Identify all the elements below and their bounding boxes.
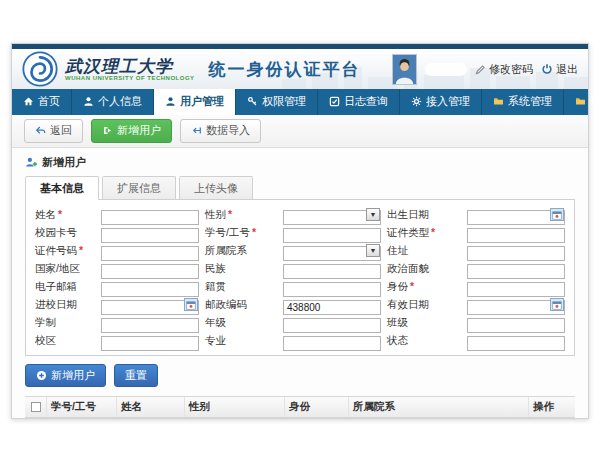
- identity-input[interactable]: [467, 282, 565, 297]
- calendar-icon[interactable]: [184, 298, 198, 311]
- select-all-cell: [25, 397, 47, 417]
- grade-field: [283, 315, 381, 330]
- field-label: 进校日期: [35, 298, 95, 312]
- home-icon: [23, 96, 34, 107]
- required-asterisk: *: [410, 280, 414, 292]
- change-password-link[interactable]: 修改密码: [475, 62, 533, 77]
- id-type-field: [467, 225, 565, 240]
- major-field: [283, 333, 381, 348]
- key-icon: [247, 96, 258, 107]
- submit-add-user-button[interactable]: 新增用户: [25, 364, 106, 387]
- field-label: 国家/地区: [35, 262, 95, 276]
- required-asterisk: *: [58, 208, 62, 220]
- user-table-header: 学号/工号 姓名 性别 身份 所属院系 操作: [25, 396, 575, 418]
- university-name-cn: 武汉理工大学: [65, 57, 195, 75]
- name-input[interactable]: [101, 210, 199, 225]
- native-place-field: [283, 279, 381, 294]
- data-import-button[interactable]: 数据导入: [180, 119, 261, 143]
- field-label: 学制: [35, 316, 95, 330]
- tab-basic-info[interactable]: 基本信息: [25, 176, 99, 200]
- required-asterisk: *: [431, 226, 435, 238]
- calendar-icon[interactable]: [550, 298, 564, 311]
- field-label: 籍贯: [205, 280, 277, 294]
- student-id-input[interactable]: [283, 228, 381, 243]
- id-number-field: [101, 243, 199, 258]
- postal-code-input[interactable]: [283, 300, 381, 315]
- add-user-toolbar-button[interactable]: 新增用户: [91, 119, 172, 143]
- university-name-en: WUHAN UNIVERSITY OF TECHNOLOGY: [65, 75, 195, 81]
- import-arrow-icon: [191, 125, 202, 136]
- avatar: [392, 54, 417, 85]
- dropdown-arrow-icon[interactable]: ▼: [366, 208, 380, 221]
- column-header-name: 姓名: [117, 397, 185, 417]
- select-all-checkbox[interactable]: [31, 402, 41, 412]
- nav-item-system-management[interactable]: 系统管理: [482, 89, 564, 114]
- id-type-input[interactable]: [467, 228, 565, 243]
- campus-card-input[interactable]: [101, 228, 199, 243]
- required-asterisk: *: [79, 244, 83, 256]
- column-header-student-id: 学号/工号: [47, 397, 117, 417]
- app-window: 武汉理工大学 WUHAN UNIVERSITY OF TECHNOLOGY 统一…: [11, 43, 589, 419]
- nav-item-home[interactable]: 首页: [12, 89, 72, 114]
- status-input[interactable]: [467, 336, 565, 351]
- column-header-actions: 操作: [529, 397, 575, 417]
- ethnicity-input[interactable]: [283, 264, 381, 279]
- power-icon: [541, 63, 553, 75]
- field-label: 邮政编码: [205, 298, 277, 312]
- logout-link[interactable]: 退出: [541, 62, 578, 77]
- email-input[interactable]: [101, 282, 199, 297]
- department-field: ▼: [283, 243, 381, 258]
- column-header-department: 所属院系: [349, 397, 529, 417]
- dropdown-arrow-icon[interactable]: ▼: [366, 244, 380, 257]
- background-cloud: [425, 63, 467, 76]
- ethnicity-field: [283, 261, 381, 276]
- nav-item-subscription-management[interactable]: 订阅管理: [564, 89, 600, 114]
- grade-input[interactable]: [283, 318, 381, 333]
- birth-date-field: [467, 207, 565, 222]
- nav-item-access-management[interactable]: 接入管理: [400, 89, 482, 114]
- field-label: 所属院系: [205, 244, 277, 258]
- gear-icon: [411, 96, 422, 107]
- log-check-icon: [329, 96, 340, 107]
- university-logo: [22, 51, 58, 87]
- tab-bar: 基本信息 扩展信息 上传头像: [25, 175, 575, 199]
- pencil-icon: [475, 64, 486, 75]
- folder-icon: [493, 96, 504, 107]
- country-input[interactable]: [101, 264, 199, 279]
- address-input[interactable]: [467, 246, 565, 261]
- nav-item-permission-management[interactable]: 权限管理: [236, 89, 318, 114]
- field-label: 民族: [205, 262, 277, 276]
- status-field: [467, 333, 565, 348]
- tab-extended-info[interactable]: 扩展信息: [102, 176, 176, 199]
- id-number-input[interactable]: [101, 246, 199, 261]
- add-user-section-icon: [25, 156, 38, 169]
- back-button[interactable]: 返回: [24, 119, 83, 143]
- field-label: 证件号码*: [35, 244, 95, 258]
- users-icon: [165, 96, 176, 107]
- major-input[interactable]: [283, 336, 381, 351]
- political-status-field: [467, 261, 565, 276]
- nav-item-personal-info[interactable]: 个人信息: [72, 89, 154, 114]
- folder-icon: [575, 96, 586, 107]
- email-field: [101, 279, 199, 294]
- plus-circle-icon: [36, 370, 47, 381]
- political-status-input[interactable]: [467, 264, 565, 279]
- calendar-icon[interactable]: [550, 208, 564, 221]
- postal-code-field: [283, 297, 381, 312]
- field-label: 状态: [387, 334, 461, 348]
- schooling-length-input[interactable]: [101, 318, 199, 333]
- nav-item-log-query[interactable]: 日志查询: [318, 89, 400, 114]
- student-id-field: [283, 225, 381, 240]
- field-label: 学号/工号*: [205, 226, 277, 240]
- native-place-input[interactable]: [283, 282, 381, 297]
- class-input[interactable]: [467, 318, 565, 333]
- column-header-gender: 性别: [185, 397, 285, 417]
- campus-input[interactable]: [101, 336, 199, 351]
- nav-item-user-management[interactable]: 用户管理: [154, 89, 236, 114]
- valid-date-field: [467, 297, 565, 312]
- reset-button[interactable]: 重置: [114, 364, 158, 387]
- add-user-icon: [102, 125, 113, 136]
- tab-upload-avatar[interactable]: 上传头像: [179, 176, 253, 199]
- field-label: 住址: [387, 244, 461, 258]
- field-label: 电子邮箱: [35, 280, 95, 294]
